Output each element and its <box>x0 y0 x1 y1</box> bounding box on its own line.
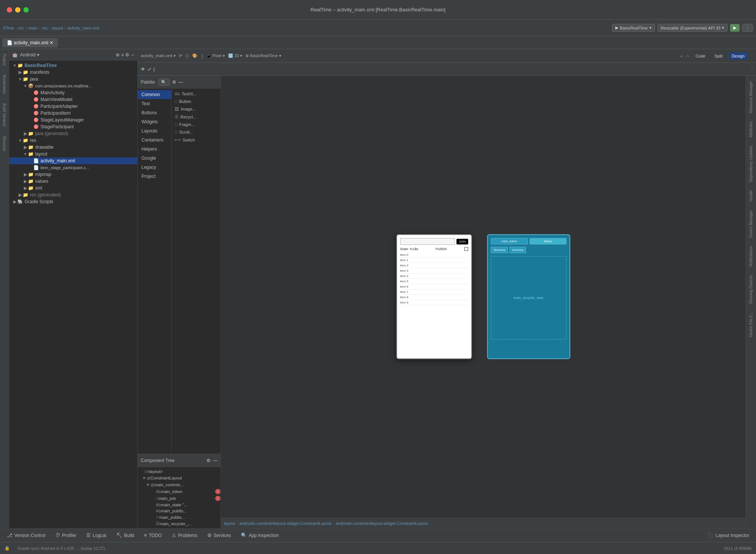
run-config-dropdown[interactable]: ▶ BasicRealTime ▾ <box>612 24 655 32</box>
palette-widget-switch[interactable]: ⟷ Switch <box>172 136 220 144</box>
tree-item-package[interactable]: ▾ 📦 com.amazonaws.ivs.realtime... <box>9 82 137 89</box>
question-canvas[interactable]: ? <box>750 67 753 72</box>
tree-item-gradle-scripts[interactable]: ▶ 🐘 Gradle Scripts <box>9 198 137 205</box>
split-btn[interactable]: Split <box>711 53 725 59</box>
component-tree-close-icon[interactable]: — <box>213 458 217 463</box>
tab-build-variants[interactable]: Build Variants <box>1 99 8 131</box>
tree-item-layout[interactable]: ▾ 📁 layout <box>9 151 137 157</box>
minimize-button[interactable] <box>15 7 20 12</box>
config-btn[interactable]: ⊕ BasicRealTime ▾ <box>245 53 281 58</box>
palette-widget-textview[interactable]: Ab TextVi... <box>172 90 220 98</box>
comp-tree-main-publis2[interactable]: ✓ main_publis... <box>138 514 220 520</box>
palette-cat-project[interactable]: Project <box>138 172 171 181</box>
api-btn[interactable]: 🔢 33 ▾ <box>228 53 242 58</box>
device-dropdown[interactable]: Resizable (Experimental) API 33 ▾ <box>657 24 728 32</box>
sync-icon[interactable]: ⊕ <box>116 52 120 58</box>
sidebar-gradle[interactable]: Gradle <box>747 187 754 205</box>
tree-item-res[interactable]: ▾ 📁 res <box>9 137 137 144</box>
tree-item-mainactivity[interactable]: 🎯 MainActivity <box>9 89 137 96</box>
sidebar-dependency-updates[interactable]: Dependency Updates <box>747 142 754 186</box>
breadcrumb-layout[interactable]: layout <box>52 26 63 30</box>
comp-tree-recycler[interactable]: ☰ main_recycler_... <box>138 520 220 527</box>
tree-item-mainviewmodel[interactable]: 🎯 MainViewModel <box>9 96 137 103</box>
phone-join-btn[interactable]: JOIN <box>456 239 468 244</box>
device-btn[interactable]: 📱 Pixel ▾ <box>206 53 225 58</box>
tree-item-participantadapter[interactable]: 🎯 ParticipantAdapter <box>9 103 137 110</box>
comp-tree-main-token[interactable]: Ab main_token ! <box>138 488 220 495</box>
close-button[interactable] <box>7 7 12 12</box>
tree-item-participantitem[interactable]: 🎯 ParticipantItem <box>9 110 137 117</box>
breadcrumb-res[interactable]: res <box>42 26 47 30</box>
comp-tree-main-publis1[interactable]: Ab main_publis... <box>138 508 220 514</box>
tree-item-drawable[interactable]: ▶ 📁 drawable <box>9 144 137 151</box>
sidebar-notifications[interactable]: Notifications <box>747 242 754 270</box>
palette-widget-scrollview[interactable]: □ Scroll... <box>172 128 220 136</box>
palette-cat-widgets[interactable]: Widgets <box>138 117 171 126</box>
project-dropdown[interactable]: Android ▾ <box>20 52 39 58</box>
tree-item-item-stage[interactable]: 📄 item_stage_participant.x... <box>9 164 137 171</box>
palette-widget-imageview[interactable]: 🖼 Image... <box>172 105 220 113</box>
tab-project[interactable]: Project <box>1 49 8 70</box>
tree-item-stagelayoutmanager[interactable]: 🎯 StageLayoutManager <box>9 117 137 123</box>
theme-icon[interactable]: 🎨 <box>192 53 197 58</box>
tool-build[interactable]: 🔨 Build <box>112 531 138 540</box>
breadcrumb-src[interactable]: src <box>19 26 24 30</box>
sidebar-device-manager[interactable]: Device Manager <box>747 207 754 242</box>
component-tree-settings-icon[interactable]: ⚙ <box>206 458 211 463</box>
code-btn[interactable]: Code <box>692 53 708 59</box>
comp-tree-main-controls[interactable]: ▾ ◎ main_controls... <box>138 481 220 488</box>
tree-item-res-generated[interactable]: ▶ 📁 res (generated) <box>9 191 137 198</box>
run-button[interactable]: ▶ <box>730 24 740 32</box>
bc-constraint2[interactable]: androidx.constraintlayout.widget.Constra… <box>336 521 428 526</box>
comp-tree-main-state[interactable]: Ab main_state "... <box>138 502 220 508</box>
tool-problems[interactable]: ⚠ Problems <box>168 531 201 540</box>
file-tab-activity-main[interactable]: 📄 activity_main.xml ✕ <box>2 38 58 47</box>
breadcrumb-file[interactable]: activity_main.xml <box>67 26 99 30</box>
file-dropdown-btn[interactable]: activity_main.xml ▾ <box>141 53 176 58</box>
tree-item-stageparticipant[interactable]: 🎯 StageParticipant <box>9 123 137 130</box>
traffic-lights[interactable] <box>7 7 29 12</box>
collapse-icon[interactable]: ≡ <box>121 52 124 58</box>
comp-tree-constraint[interactable]: ▾ ◎ ConstraintLayout <box>138 475 220 481</box>
palette-widget-fragment[interactable]: □ Fragm... <box>172 121 220 128</box>
palette-settings-icon[interactable]: ⚙ <box>172 79 176 85</box>
sidebar-resource-manager[interactable]: Resource Manager <box>747 77 754 117</box>
palette-cat-containers[interactable]: Containers <box>138 135 171 145</box>
palette-search-input[interactable] <box>158 79 170 86</box>
tree-item-values[interactable]: ▶ 📁 values <box>9 178 137 185</box>
comp-tree-main-join[interactable]: □ main_join ! <box>138 495 220 502</box>
comp-tree-layout[interactable]: □ <layout> <box>138 468 220 475</box>
tree-item-activity-main[interactable]: 📄 activity_main.xml <box>9 157 137 164</box>
tree-item-java[interactable]: ▾ 📁 java <box>9 76 137 82</box>
phone-publish-checkbox[interactable] <box>464 247 468 251</box>
palette-cat-google[interactable]: Google <box>138 154 171 163</box>
memory-usage[interactable]: 1611 of 4096M <box>724 546 751 551</box>
design-btn[interactable]: Design <box>729 53 748 59</box>
bc-constraint1[interactable]: androidx.constraintlayout.widget.Constra… <box>239 521 331 526</box>
palette-close-icon[interactable]: — <box>179 79 183 85</box>
palette-widget-button[interactable]: □ Button <box>172 98 220 105</box>
palette-cat-legacy[interactable]: Legacy <box>138 163 171 172</box>
blueprint-icon[interactable]: ⬡ <box>185 53 189 58</box>
bc-layout[interactable]: layout <box>224 521 235 526</box>
palette-cat-text[interactable]: Text <box>138 99 171 108</box>
tool-todo[interactable]: ≡ TODO <box>140 531 166 540</box>
phone-token-input[interactable] <box>400 238 455 245</box>
minimize-panel-icon[interactable]: ─ <box>131 52 134 58</box>
tree-item-basicrealtime[interactable]: ▾ 📁 BasicRealTime <box>9 62 137 69</box>
tool-services[interactable]: ⚙ Services <box>203 531 235 540</box>
tool-logcat[interactable]: ☰ Logcat <box>82 531 110 540</box>
palette-cat-common[interactable]: Common <box>138 90 171 99</box>
sidebar-attributes[interactable]: Attributes <box>747 118 754 141</box>
orientation-icon[interactable]: ⟳ <box>179 53 182 58</box>
tool-app-inspection[interactable]: 🔍 App Inspection <box>237 531 283 540</box>
tool-layout-inspector[interactable]: ⬛ Layout Inspector <box>704 531 753 540</box>
tool-profiler[interactable]: ⏱ Profiler <box>51 531 80 540</box>
tool-version-control[interactable]: ⎇ Version Control <box>3 531 49 540</box>
maximize-button[interactable] <box>23 7 29 12</box>
sidebar-running-devices[interactable]: Running Devices <box>747 271 754 308</box>
tree-item-java-generated[interactable]: ▶ 📁 java (generated) <box>9 130 137 137</box>
sidebar-device-file[interactable]: Device File E... <box>747 308 754 341</box>
tree-item-xml[interactable]: ▶ 📁 xml <box>9 185 137 191</box>
tree-item-mipmap[interactable]: ▶ 📁 mipmap <box>9 171 137 178</box>
